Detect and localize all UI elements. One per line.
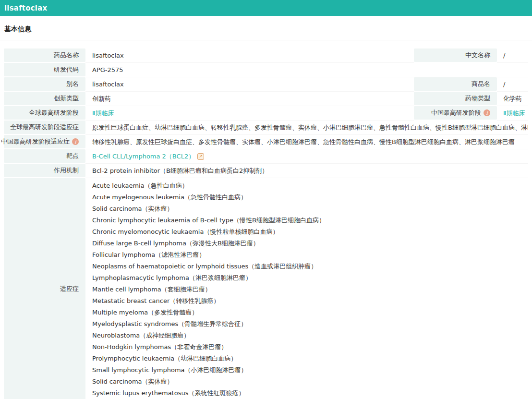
field-value-alias: lisaftoclax <box>85 77 414 92</box>
china-phase-link[interactable]: Ⅱ期临床 <box>503 109 525 118</box>
list-item: Myelodysplastic syndromes（骨髓增生异常综合征） <box>92 318 247 330</box>
list-item: Neoplasms of haematopoietic or lymphoid … <box>92 261 317 272</box>
field-label-global-phase-indications: 全球最高研发阶段适应症 <box>4 121 85 134</box>
field-label-drug-type: 药物类型 <box>414 92 497 105</box>
list-item: Chronic lymphocytic leukaemia of B-cell … <box>92 215 325 226</box>
list-item: Follicular lymphoma（滤泡性淋巴瘤） <box>92 249 205 261</box>
list-item: Prolymphocytic leukaemia（幼淋巴细胞白血病） <box>92 353 237 364</box>
indications-list: Acute leukaemia（急性白血病）Acute myelogenous … <box>85 178 528 399</box>
field-value-mechanism: Bcl-2 protein inhibitor（B细胞淋巴瘤和白血病蛋白2抑制剂… <box>85 164 528 178</box>
row-highest-phase: 全球最高研发阶段 Ⅱ期临床 中国最高研发阶段i Ⅱ期临床 <box>4 106 528 121</box>
field-value-chinese-name: / <box>497 48 528 63</box>
list-item: Multiple myeloma（多发性骨髓瘤） <box>92 307 198 318</box>
basic-info-table: 药品名称 lisaftoclax 中文名称 / 研发代码 APG-2575 别名… <box>4 48 528 399</box>
field-value-trade-name: / <box>497 77 528 92</box>
field-value-global-phase: Ⅱ期临床 <box>85 106 414 121</box>
field-label-mechanism: 作用机制 <box>4 164 85 177</box>
field-label-innovation-type: 创新类型 <box>4 92 85 105</box>
field-value-innovation-type: 创新药 <box>85 92 414 106</box>
field-label-chinese-name: 中文名称 <box>414 48 497 62</box>
drug-detail-page: lisaftoclax 基本信息 药品名称 lisaftoclax 中文名称 /… <box>0 0 532 399</box>
field-label-trade-name: 商品名 <box>414 77 497 91</box>
list-item: Acute leukaemia（急性白血病） <box>92 180 188 192</box>
row-drug-name: 药品名称 lisaftoclax 中文名称 / <box>4 48 528 63</box>
list-item: Mantle cell lymphoma（套细胞淋巴瘤） <box>92 284 211 295</box>
global-phase-link[interactable]: Ⅱ期临床 <box>92 109 114 118</box>
field-label-target: 靶点 <box>4 149 85 163</box>
field-value-global-phase-indications: 原发性巨球蛋白血症、幼淋巴细胞白血病、转移性乳腺癌、多发性骨髓瘤、实体瘤、小淋巴… <box>85 121 528 135</box>
row-rd-code: 研发代码 APG-2575 <box>4 63 528 77</box>
field-label-global-phase: 全球最高研发阶段 <box>4 106 85 120</box>
list-item: Small lymphocytic lymphoma（小淋巴细胞淋巴瘤） <box>92 364 247 376</box>
row-mechanism: 作用机制 Bcl-2 protein inhibitor（B细胞淋巴瘤和白血病蛋… <box>4 164 528 178</box>
info-icon[interactable]: i <box>484 109 490 116</box>
section-header: 基本信息 <box>0 16 532 40</box>
target-link[interactable]: B-Cell CLL/Lymphoma 2（BCL2） <box>92 152 194 161</box>
field-label-drug-name: 药品名称 <box>4 48 85 62</box>
row-target: 靶点 B-Cell CLL/Lymphoma 2（BCL2）↗ <box>4 149 528 164</box>
list-item: Lymphoplasmacytic lymphoma（淋巴浆细胞淋巴瘤） <box>92 272 252 284</box>
field-value-china-phase-indications: 转移性乳腺癌、原发性巨球蛋白血症、多发性骨髓瘤、实体瘤、小淋巴细胞淋巴瘤、急性骨… <box>85 135 528 149</box>
field-value-china-phase: Ⅱ期临床 <box>497 106 528 121</box>
section-title: 基本信息 <box>4 25 528 34</box>
list-item: Neuroblastoma（成神经细胞瘤） <box>92 330 190 341</box>
field-label-rd-code: 研发代码 <box>4 63 85 76</box>
field-value-target: B-Cell CLL/Lymphoma 2（BCL2）↗ <box>85 149 528 164</box>
list-item: Solid carcinoma（实体瘤） <box>92 203 173 215</box>
list-item: Acute myelogenous leukemia（急性骨髓性白血病） <box>92 192 247 203</box>
list-item: Diffuse large B-cell lymphoma（弥漫性大B细胞淋巴瘤… <box>92 238 259 249</box>
list-item: Non-Hodgkin lymphomas（非霍奇金淋巴瘤） <box>92 341 227 353</box>
drug-title: lisaftoclax <box>4 4 47 12</box>
field-value-drug-type: 化学药 <box>497 92 528 106</box>
field-value-rd-code: APG-2575 <box>85 63 528 77</box>
list-item: Chronic myelomonocytic leukaemia（慢性粒单核细胞… <box>92 226 278 238</box>
row-indications: 适应症 Acute leukaemia（急性白血病）Acute myelogen… <box>4 178 528 399</box>
field-label-indications: 适应症 <box>4 178 85 399</box>
field-value-drug-name: lisaftoclax <box>85 48 414 63</box>
field-label-china-phase-indications: 中国最高研发阶段适应症i <box>4 135 85 148</box>
field-label-china-phase: 中国最高研发阶段i <box>414 106 497 120</box>
info-icon[interactable]: i <box>72 138 79 145</box>
list-item: Metastatic breast cancer（转移性乳腺癌） <box>92 295 219 307</box>
list-item: Systemic lupus erythematosus（系统性红斑狼疮） <box>92 387 244 399</box>
row-innovation-type: 创新类型 创新药 药物类型 化学药 <box>4 92 528 106</box>
row-global-phase-indications: 全球最高研发阶段适应症 原发性巨球蛋白血症、幼淋巴细胞白血病、转移性乳腺癌、多发… <box>4 121 528 135</box>
page-header: lisaftoclax <box>0 0 532 16</box>
field-label-alias: 别名 <box>4 77 85 91</box>
row-alias: 别名 lisaftoclax 商品名 / <box>4 77 528 92</box>
row-china-phase-indications: 中国最高研发阶段适应症i 转移性乳腺癌、原发性巨球蛋白血症、多发性骨髓瘤、实体瘤… <box>4 135 528 149</box>
external-link-icon[interactable]: ↗ <box>197 153 204 160</box>
list-item: Solid carcinoma（实体瘤） <box>92 376 173 387</box>
